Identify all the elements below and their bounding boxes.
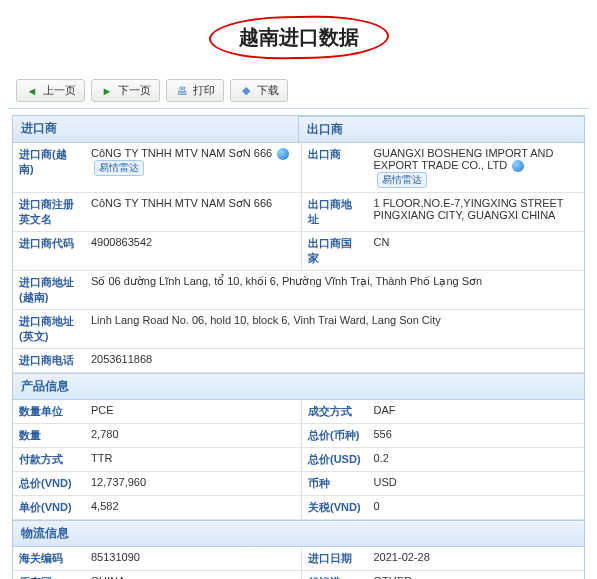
- importer-name-vn: CôNG TY TNHH MTV NAM SơN 666 易情雷达: [85, 143, 302, 193]
- title-ellipse: 越南进口数据: [208, 14, 389, 60]
- date-value: 2021-02-28: [368, 547, 585, 571]
- arrow-left-icon: ◄: [25, 84, 39, 98]
- importer-name-en-label: 进口商注册英文名: [13, 193, 85, 232]
- currency-value: USD: [368, 472, 585, 496]
- importer-name-en: CôNG TY TNHH MTV NAM SơN 666: [85, 193, 302, 232]
- page-title-wrap: 越南进口数据: [8, 16, 589, 59]
- exporter-addr: 1 FLOOR,NO.E-7,YINGXING STREET PINGXIANG…: [368, 193, 585, 232]
- ship-radar-tag[interactable]: 易情雷达: [94, 160, 144, 176]
- totalvnd-label: 总价(VND): [13, 472, 85, 496]
- pay-value: TTR: [85, 448, 302, 472]
- prev-page-button[interactable]: ◄ 上一页: [16, 79, 85, 102]
- ship-radar-tag[interactable]: 易情雷达: [377, 172, 427, 188]
- total-value: 556: [368, 424, 585, 448]
- qty-label: 数量: [13, 424, 85, 448]
- page-title: 越南进口数据: [239, 24, 359, 51]
- taxvnd-value: 0: [368, 496, 585, 520]
- print-label: 打印: [193, 83, 215, 98]
- startport-label: 起运港: [302, 571, 368, 579]
- totalusd-value: 0.2: [368, 448, 585, 472]
- importer-phone: 2053611868: [85, 349, 584, 373]
- importer-addr-vn: Số 06 đường Lĩnh Lang, tổ 10, khối 6, Ph…: [85, 271, 584, 310]
- terms-value: DAF: [368, 400, 585, 424]
- importer-name-vn-value: CôNG TY TNHH MTV NAM SơN 666: [91, 147, 272, 159]
- next-page-button[interactable]: ► 下一页: [91, 79, 160, 102]
- taxvnd-label: 关税(VND): [302, 496, 368, 520]
- globe-icon[interactable]: [277, 148, 289, 160]
- toolbar: ◄ 上一页 ► 下一页 🖶 打印 ◆ 下载: [8, 73, 589, 109]
- download-button[interactable]: ◆ 下载: [230, 79, 288, 102]
- unitvnd-value: 4,582: [85, 496, 302, 520]
- print-button[interactable]: 🖶 打印: [166, 79, 224, 102]
- exporter-country: CN: [368, 232, 585, 271]
- hs-label: 海关编码: [13, 547, 85, 571]
- importer-name-vn-label: 进口商(越南): [13, 143, 85, 193]
- currency-label: 币种: [302, 472, 368, 496]
- origin-label: 原产国: [13, 571, 85, 579]
- section-importer-header: 进口商: [13, 116, 298, 143]
- importer-exporter-header: 进口商 出口商: [13, 116, 584, 143]
- globe-icon[interactable]: [512, 160, 524, 172]
- importer-addr-vn-label: 进口商地址(越南): [13, 271, 85, 310]
- importer-code: 4900863542: [85, 232, 302, 271]
- next-label: 下一页: [118, 83, 151, 98]
- download-label: 下载: [257, 83, 279, 98]
- qty-value: 2,780: [85, 424, 302, 448]
- section-logistics-header: 物流信息: [13, 520, 584, 547]
- section-product-header: 产品信息: [13, 373, 584, 400]
- product-table: 数量单位 PCE 成交方式 DAF 数量 2,780 总价(币种) 556 付款…: [13, 400, 584, 520]
- totalusd-label: 总价(USD): [302, 448, 368, 472]
- importer-code-label: 进口商代码: [13, 232, 85, 271]
- unitvnd-label: 单价(VND): [13, 496, 85, 520]
- prev-label: 上一页: [43, 83, 76, 98]
- importer-exporter-table: 进口商(越南) CôNG TY TNHH MTV NAM SơN 666 易情雷…: [13, 143, 584, 373]
- hs-value: 85131090: [85, 547, 302, 571]
- unit-value: PCE: [85, 400, 302, 424]
- download-icon: ◆: [239, 84, 253, 98]
- origin-value: CHINA: [85, 571, 302, 579]
- unit-label: 数量单位: [13, 400, 85, 424]
- exporter-name: GUANGXI BOSHENG IMPORT AND EXPORT TRADE …: [368, 143, 585, 193]
- startport-value: OTHER: [368, 571, 585, 579]
- arrow-right-icon: ►: [100, 84, 114, 98]
- date-label: 进口日期: [302, 547, 368, 571]
- importer-addr-en-label: 进口商地址(英文): [13, 310, 85, 349]
- exporter-name-label: 出口商: [302, 143, 368, 193]
- exporter-addr-label: 出口商地址: [302, 193, 368, 232]
- importer-phone-label: 进口商电话: [13, 349, 85, 373]
- importer-addr-en: Linh Lang Road No. 06, hold 10, block 6,…: [85, 310, 584, 349]
- exporter-name-value: GUANGXI BOSHENG IMPORT AND EXPORT TRADE …: [374, 147, 554, 171]
- printer-icon: 🖶: [175, 84, 189, 98]
- terms-label: 成交方式: [302, 400, 368, 424]
- totalvnd-value: 12,737,960: [85, 472, 302, 496]
- logistics-table: 海关编码 85131090 进口日期 2021-02-28 原产国 CHINA …: [13, 547, 584, 579]
- details-card: 进口商 出口商 进口商(越南) CôNG TY TNHH MTV NAM SơN…: [12, 115, 585, 579]
- exporter-country-label: 出口商国家: [302, 232, 368, 271]
- pay-label: 付款方式: [13, 448, 85, 472]
- section-exporter-header: 出口商: [298, 116, 584, 143]
- total-label: 总价(币种): [302, 424, 368, 448]
